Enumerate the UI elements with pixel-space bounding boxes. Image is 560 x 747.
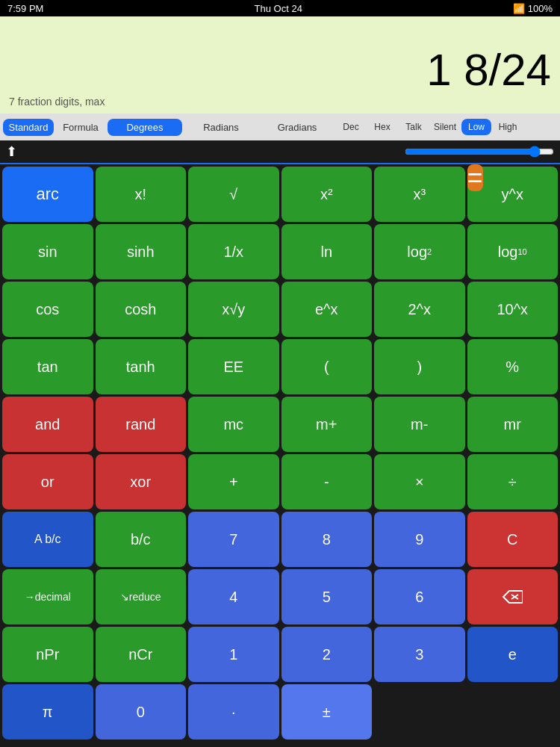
e-btn[interactable]: e — [467, 627, 559, 682]
reciprocal-btn[interactable]: 1/x — [188, 224, 279, 279]
mode-bar: Standard Formula Degrees Radians Gradian… — [0, 114, 560, 140]
calc-grid: arc x! √ x² x³ y^x sin sinh 1/x ln log2 … — [0, 164, 560, 742]
tanh-btn[interactable]: tanh — [96, 339, 187, 394]
equal-btn[interactable]: = — [467, 164, 483, 191]
mode-gradians-btn[interactable]: Gradians — [260, 119, 335, 136]
2-btn[interactable]: 2 — [281, 627, 373, 682]
10x-btn[interactable]: 10^x — [467, 282, 559, 337]
9-btn[interactable]: 9 — [374, 512, 465, 567]
mc-btn[interactable]: mc — [188, 397, 279, 452]
pi-btn[interactable]: π — [2, 684, 93, 740]
sqrt-btn[interactable]: √ — [188, 167, 279, 222]
mode-silent-btn[interactable]: Silent — [430, 119, 460, 135]
wifi-icon: 📶 — [513, 3, 525, 14]
or-btn[interactable]: or — [2, 454, 93, 509]
0-btn[interactable]: 0 — [96, 684, 187, 740]
mode-degrees-btn[interactable]: Degrees — [108, 119, 182, 136]
multiply-btn[interactable]: × — [374, 454, 465, 509]
status-bar: 7:59 PM Thu Oct 24 📶 100% — [0, 0, 560, 16]
tan-btn[interactable]: tan — [2, 339, 93, 394]
7-btn[interactable]: 7 — [188, 512, 279, 567]
mode-formula-btn[interactable]: Formula — [55, 119, 106, 136]
npr-btn[interactable]: nPr — [2, 627, 93, 682]
clear-btn[interactable]: C — [467, 512, 559, 567]
ncr-btn[interactable]: nCr — [96, 627, 187, 682]
battery-indicator: 100% — [528, 3, 553, 14]
sin-btn[interactable]: sin — [2, 224, 93, 279]
arc-btn[interactable]: arc — [2, 167, 93, 222]
8-btn[interactable]: 8 — [281, 512, 373, 567]
display-area: 1 8/24 7 fraction digits, max — [0, 16, 560, 114]
sign-btn[interactable]: ± — [281, 684, 373, 740]
and-btn[interactable]: and — [2, 397, 93, 452]
minus-btn[interactable]: - — [281, 454, 373, 509]
display-hint: 7 fraction digits, max — [9, 96, 551, 108]
sinh-btn[interactable]: sinh — [96, 224, 187, 279]
cosh-btn[interactable]: cosh — [96, 282, 187, 337]
backspace-btn[interactable] — [467, 569, 559, 624]
xor-btn[interactable]: xor — [96, 454, 187, 509]
rand-btn[interactable]: rand — [96, 397, 187, 452]
log2-btn[interactable]: log2 — [374, 224, 465, 279]
mode-dec-btn[interactable]: Dec — [336, 119, 366, 135]
ex-btn[interactable]: e^x — [281, 282, 373, 337]
mode-hex-btn[interactable]: Hex — [367, 119, 397, 135]
mplus-btn[interactable]: m+ — [281, 397, 373, 452]
6-btn[interactable]: 6 — [374, 569, 465, 624]
mr-btn[interactable]: mr — [467, 397, 559, 452]
display-value: 1 8/24 — [9, 48, 551, 93]
mminus-btn[interactable]: m- — [374, 397, 465, 452]
xrooty-btn[interactable]: x√y — [188, 282, 279, 337]
3-btn[interactable]: 3 — [374, 627, 465, 682]
x3-btn[interactable]: x³ — [374, 167, 465, 222]
rparen-btn[interactable]: ) — [374, 339, 465, 394]
bc-btn[interactable]: b/c — [96, 512, 187, 567]
status-right: 📶 100% — [513, 3, 553, 14]
mode-high-btn[interactable]: High — [493, 119, 523, 135]
volume-slider[interactable] — [405, 146, 554, 158]
log10-btn[interactable]: log10 — [467, 224, 559, 279]
x2-btn[interactable]: x² — [281, 167, 373, 222]
svg-marker-0 — [503, 591, 523, 603]
cos-btn[interactable]: cos — [2, 282, 93, 337]
ln-btn[interactable]: ln — [281, 224, 373, 279]
divide-btn[interactable]: ÷ — [467, 454, 559, 509]
4-btn[interactable]: 4 — [188, 569, 279, 624]
2x-btn[interactable]: 2^x — [374, 282, 465, 337]
mode-standard-btn[interactable]: Standard — [3, 119, 54, 136]
mode-low-btn[interactable]: Low — [461, 119, 491, 135]
todecimal-btn[interactable]: →decimal — [2, 569, 93, 624]
ee-btn[interactable]: EE — [188, 339, 279, 394]
mode-talk-btn[interactable]: Talk — [399, 119, 429, 135]
reduce-btn[interactable]: ↘reduce — [96, 569, 187, 624]
toolbar-row: ⬆ — [0, 140, 560, 164]
share-button[interactable]: ⬆ — [6, 143, 17, 160]
dot-btn[interactable]: · — [188, 684, 279, 740]
plus-btn[interactable]: + — [188, 454, 279, 509]
5-btn[interactable]: 5 — [281, 569, 373, 624]
status-time: 7:59 PM — [7, 3, 43, 14]
1-btn[interactable]: 1 — [188, 627, 279, 682]
percent-btn[interactable]: % — [467, 339, 559, 394]
status-date: Thu Oct 24 — [255, 3, 302, 14]
abc-btn[interactable]: A b/c — [2, 512, 93, 567]
lparen-btn[interactable]: ( — [281, 339, 373, 394]
mode-radians-btn[interactable]: Radians — [184, 119, 258, 136]
factorial-btn[interactable]: x! — [96, 167, 187, 222]
